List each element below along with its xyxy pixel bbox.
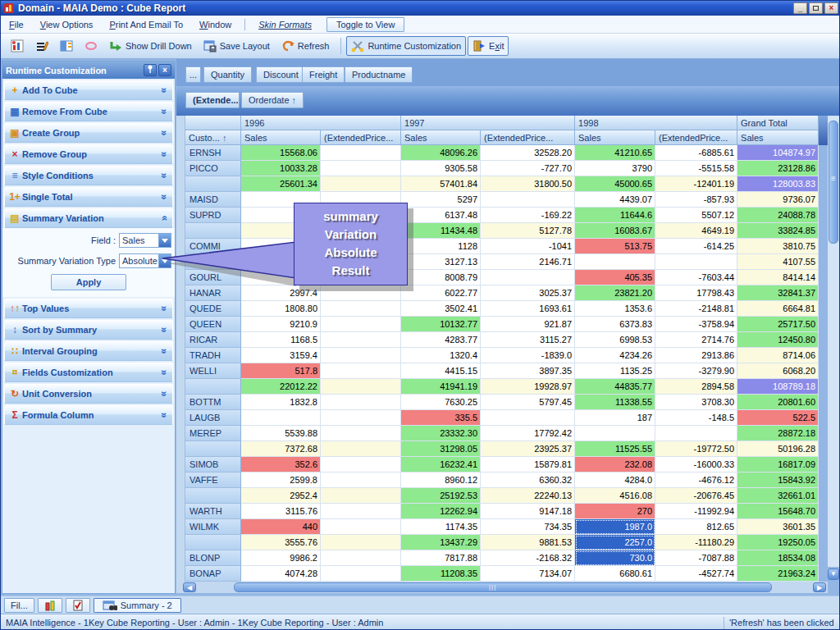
grid-cell[interactable]: 6664.81 bbox=[737, 301, 819, 317]
chevron-down-icon[interactable]: » bbox=[158, 367, 170, 378]
column-header[interactable]: (ExtendedPrice... bbox=[321, 130, 401, 145]
grid-cell[interactable] bbox=[321, 441, 401, 457]
exit-button[interactable]: Exit bbox=[468, 36, 509, 56]
grid-cell[interactable] bbox=[321, 410, 401, 426]
menu-item-print-and-email-to[interactable]: Print And Email To bbox=[101, 17, 191, 32]
grid-cell[interactable] bbox=[655, 426, 737, 441]
grid-cell[interactable]: 440 bbox=[241, 519, 321, 535]
grid-cell[interactable]: -727.70 bbox=[481, 161, 575, 176]
grid-cell[interactable] bbox=[321, 285, 401, 301]
tool-button[interactable] bbox=[6, 36, 29, 56]
grid-cell[interactable]: 6137.48 bbox=[401, 208, 481, 223]
grid-cell[interactable] bbox=[321, 145, 401, 161]
grid-cell[interactable]: 9210.9 bbox=[241, 317, 321, 332]
grid-cell[interactable]: 6998.53 bbox=[575, 332, 655, 348]
grid-cell[interactable]: 25192.53 bbox=[401, 488, 481, 504]
save-layout-button[interactable]: Save Layout bbox=[199, 36, 275, 56]
grid-cell[interactable]: 2257.0 bbox=[575, 535, 655, 550]
grid-cell[interactable]: 41210.65 bbox=[575, 145, 655, 161]
grid-cell[interactable]: 44835.77 bbox=[575, 379, 655, 395]
grid-cell[interactable]: -19772.50 bbox=[655, 441, 737, 457]
grid-cell[interactable]: -6885.61 bbox=[655, 145, 737, 161]
grid-cell[interactable]: 1174.35 bbox=[401, 519, 481, 535]
grid-cell[interactable]: 18534.08 bbox=[737, 550, 819, 566]
grid-cell[interactable] bbox=[655, 254, 737, 270]
grid-cell[interactable]: 22240.13 bbox=[481, 488, 575, 504]
grid-cell[interactable]: 45000.65 bbox=[575, 176, 655, 192]
grid-cell[interactable]: 108789.18 bbox=[737, 379, 819, 395]
grid-cell[interactable]: 8714.06 bbox=[737, 348, 819, 363]
row-header[interactable]: BONAP bbox=[185, 566, 241, 582]
grid-cell[interactable]: 4649.19 bbox=[655, 223, 737, 239]
grid-cell[interactable]: 3115.76 bbox=[241, 504, 321, 519]
menu-item-file[interactable]: File bbox=[1, 17, 32, 32]
grid-cell[interactable]: 4283.77 bbox=[401, 332, 481, 348]
restore-icon[interactable] bbox=[809, 2, 823, 14]
year-header-1997[interactable]: 1997 bbox=[401, 116, 575, 130]
horizontal-scrollbar[interactable]: ◀ ▶ bbox=[176, 582, 828, 593]
grid-cell[interactable]: -1839.0 bbox=[481, 348, 575, 363]
grid-cell[interactable]: 33824.85 bbox=[737, 223, 819, 239]
grid-cell[interactable]: 15568.06 bbox=[241, 145, 321, 161]
refresh-button[interactable]: Refresh bbox=[276, 36, 335, 56]
row-header[interactable] bbox=[185, 379, 241, 395]
grid-cell[interactable]: 3025.37 bbox=[481, 285, 575, 301]
grid-cell[interactable]: 6022.77 bbox=[401, 285, 481, 301]
grid-cell[interactable]: 7630.25 bbox=[401, 395, 481, 410]
grid-cell[interactable]: 104874.97 bbox=[737, 145, 819, 161]
grid-cell[interactable] bbox=[241, 410, 321, 426]
row-header[interactable]: SUPRD bbox=[185, 208, 241, 223]
grid-cell[interactable]: 22012.22 bbox=[241, 379, 321, 395]
bottom-tab-summary-2[interactable]: Summary - 2 bbox=[94, 598, 181, 613]
sidebar-item-remove-group[interactable]: ×Remove Group» bbox=[4, 144, 173, 164]
filter-field-discount[interactable]: Discount bbox=[256, 66, 306, 83]
panel-close-icon[interactable]: × bbox=[158, 64, 171, 76]
grid-cell[interactable]: -3279.90 bbox=[655, 363, 737, 379]
grid-cell[interactable]: 3897.35 bbox=[481, 363, 575, 379]
column-header[interactable]: Sales bbox=[401, 130, 481, 145]
grid-cell[interactable] bbox=[321, 504, 401, 519]
sidebar-item-remove-from-cube[interactable]: ▦Remove From Cube» bbox=[4, 102, 173, 121]
sidebar-item-top-values[interactable]: ↑↑Top Values» bbox=[4, 299, 173, 318]
grid-cell[interactable] bbox=[481, 410, 575, 426]
grid-cell[interactable]: 2599.8 bbox=[241, 472, 321, 488]
grid-cell[interactable]: 16232.41 bbox=[401, 457, 481, 472]
grid-cell[interactable]: -169.22 bbox=[481, 208, 575, 223]
row-header[interactable]: TRADH bbox=[185, 348, 241, 363]
grid-cell[interactable]: 2894.58 bbox=[655, 379, 737, 395]
grid-cell[interactable] bbox=[321, 519, 401, 535]
column-header[interactable]: Sales bbox=[241, 130, 321, 145]
row-header[interactable]: SIMOB bbox=[185, 457, 241, 472]
grid-cell[interactable]: 921.87 bbox=[481, 317, 575, 332]
grid-cell[interactable]: 5297 bbox=[401, 192, 481, 208]
show-drill-down-button[interactable]: Show Drill Down bbox=[104, 36, 197, 56]
tool-button[interactable] bbox=[30, 36, 53, 56]
grid-cell[interactable]: 232.08 bbox=[575, 457, 655, 472]
grid-cell[interactable]: 24088.78 bbox=[737, 208, 819, 223]
grid-cell[interactable]: 1987.0 bbox=[575, 519, 655, 535]
grid-cell[interactable] bbox=[321, 176, 401, 192]
grid-cell[interactable]: 3502.41 bbox=[401, 301, 481, 317]
grid-cell[interactable]: 20801.60 bbox=[737, 395, 819, 410]
grid-cell[interactable] bbox=[321, 363, 401, 379]
scroll-down-icon[interactable]: ▼ bbox=[828, 568, 839, 580]
sidebar-item-style-conditions[interactable]: ≡Style Conditions» bbox=[4, 166, 173, 185]
grid-cell[interactable]: 3127.13 bbox=[401, 254, 481, 270]
row-header[interactable]: QUEEN bbox=[185, 317, 241, 332]
grid-cell[interactable]: -11180.29 bbox=[655, 535, 737, 550]
grid-cell[interactable]: 1320.4 bbox=[401, 348, 481, 363]
row-header[interactable]: MEREP bbox=[185, 426, 241, 441]
grid-cell[interactable]: 4516.08 bbox=[575, 488, 655, 504]
sidebar-item-fields-customization[interactable]: ¤Fields Customization» bbox=[4, 363, 173, 382]
grid-cell[interactable] bbox=[321, 426, 401, 441]
grid-cell[interactable]: -3758.94 bbox=[655, 317, 737, 332]
grid-cell[interactable] bbox=[321, 161, 401, 176]
grid-cell[interactable]: 3555.76 bbox=[241, 535, 321, 550]
chevron-down-icon[interactable]: » bbox=[158, 127, 170, 139]
grid-cell[interactable]: 16083.67 bbox=[575, 223, 655, 239]
grid-cell[interactable]: 2913.86 bbox=[655, 348, 737, 363]
menu-item-skin-formats[interactable]: Skin Formats bbox=[250, 17, 320, 32]
sidebar-item-interval-grouping[interactable]: ∷Interval Grouping» bbox=[4, 341, 173, 361]
grid-cell[interactable] bbox=[321, 550, 401, 566]
grid-cell[interactable]: -2148.81 bbox=[655, 301, 737, 317]
